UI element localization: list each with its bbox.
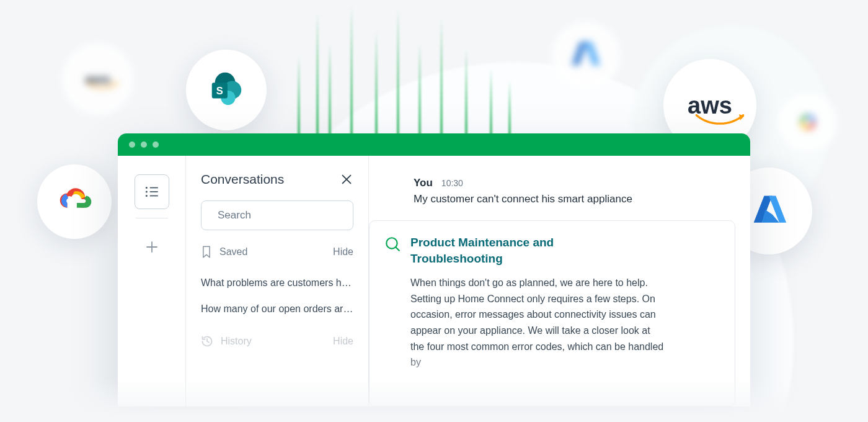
close-panel-button[interactable] bbox=[340, 173, 353, 186]
bg-logo-google-cloud bbox=[37, 164, 112, 239]
conversations-panel: Conversations bbox=[186, 156, 369, 406]
bg-logo-azure bbox=[552, 22, 620, 90]
plus-icon bbox=[144, 240, 159, 254]
list-icon bbox=[144, 184, 160, 200]
bg-logo-aws: aws bbox=[62, 43, 133, 115]
chat-area: You 10:30 My customer can't connect his … bbox=[369, 156, 750, 406]
bg-logo-sharepoint: S bbox=[186, 50, 267, 130]
history-icon bbox=[201, 335, 213, 348]
svg-line-22 bbox=[396, 247, 399, 250]
icon-rail bbox=[118, 156, 186, 406]
app-window: Conversations bbox=[118, 133, 750, 406]
svg-point-10 bbox=[145, 191, 147, 192]
panel-title: Conversations bbox=[201, 172, 284, 187]
message-sender: You bbox=[414, 177, 433, 189]
window-titlebar bbox=[118, 133, 750, 156]
window-control-dot[interactable] bbox=[153, 141, 159, 148]
window-control-dot[interactable] bbox=[141, 141, 147, 148]
svg-point-11 bbox=[145, 195, 147, 197]
search-input[interactable] bbox=[218, 209, 349, 222]
magnifier-icon bbox=[384, 236, 401, 252]
svg-text:S: S bbox=[216, 85, 223, 96]
saved-label: Saved bbox=[219, 246, 247, 258]
saved-conversation-item[interactable]: What problems are customers h… bbox=[201, 270, 353, 296]
answer-card: Product Maintenance and Troubleshooting … bbox=[369, 220, 735, 406]
user-message: You 10:30 My customer can't connect his … bbox=[369, 177, 750, 205]
saved-conversation-item[interactable]: How many of our open orders ar… bbox=[201, 296, 353, 322]
message-time: 10:30 bbox=[441, 178, 463, 188]
history-label: History bbox=[221, 336, 252, 347]
close-icon bbox=[340, 173, 353, 186]
search-box[interactable] bbox=[201, 200, 353, 230]
answer-body-text: When things don't go as planned, we are … bbox=[410, 275, 665, 370]
hide-history-button[interactable]: Hide bbox=[333, 336, 353, 347]
rail-new-button[interactable] bbox=[135, 230, 169, 264]
bookmark-icon bbox=[201, 245, 212, 259]
rail-divider bbox=[136, 218, 168, 218]
history-section: History Hide bbox=[201, 335, 353, 348]
saved-section: Saved Hide bbox=[201, 245, 353, 259]
svg-point-9 bbox=[145, 187, 147, 189]
answer-title: Product Maintenance and Troubleshooting bbox=[410, 235, 621, 266]
hide-saved-button[interactable]: Hide bbox=[333, 246, 353, 258]
rail-conversations-button[interactable] bbox=[135, 174, 169, 209]
message-text: My customer can't connect his smart appl… bbox=[414, 193, 735, 205]
bg-logo-google-cloud bbox=[778, 93, 837, 152]
window-control-dot[interactable] bbox=[129, 141, 135, 148]
